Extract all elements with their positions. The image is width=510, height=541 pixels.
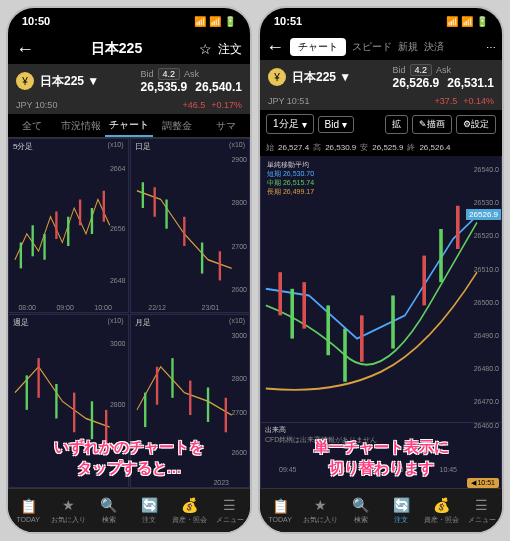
change-abs: +37.5: [434, 96, 457, 106]
ask-price[interactable]: 26,531.1: [447, 76, 494, 90]
tab-new[interactable]: 新規: [398, 40, 418, 54]
status-icons: 📶 📶 🔋: [446, 16, 488, 27]
phone-right: 10:51 📶 📶 🔋 ← チャート スピード 新規 決済 ⋯ ¥ 日本225 …: [258, 6, 504, 534]
nav-assets[interactable]: 💰資産・照会: [169, 489, 209, 532]
settings-button[interactable]: ⚙設定: [456, 115, 496, 134]
header: ← 日本225 ☆ 注文: [8, 34, 250, 64]
more-icon[interactable]: ⋯: [486, 42, 496, 53]
nav-search[interactable]: 🔍検索: [341, 489, 381, 532]
instrument-icon: ¥: [16, 72, 34, 90]
status-time: 10:50: [22, 15, 50, 27]
nav-assets[interactable]: 💰資産・照会: [421, 489, 461, 532]
top-tabs: ← チャート スピード 新規 決済 ⋯: [260, 34, 502, 60]
chart-daily[interactable]: 日足 (x10) 2900 2800 2700 2600 22/12 23/01: [130, 138, 251, 313]
change-pct: +0.14%: [463, 96, 494, 106]
chart-grid: 5分足 (x10) 2664 2656 2648 08:00 09:00 10:…: [8, 138, 250, 488]
expand-button[interactable]: 拡: [385, 115, 408, 134]
time-axis: 09:45 10:15 10:30 10:45: [261, 464, 475, 488]
tab-all[interactable]: 全て: [8, 114, 56, 137]
chart-monthly[interactable]: 月足 (x10) 3000 2800 2700 2600 2023: [130, 314, 251, 489]
ask-price[interactable]: 26,540.1: [195, 80, 242, 94]
instrument-name[interactable]: 日本225 ▼: [40, 73, 99, 90]
instrument-name[interactable]: 日本225 ▼: [292, 69, 351, 86]
tab-speed[interactable]: スピード: [352, 40, 392, 54]
spread: 4.2: [158, 68, 181, 80]
instrument-subrow: JPY 10:50 +46.5 +0.17%: [8, 98, 250, 114]
current-price-tag: 26526.9: [466, 209, 501, 220]
nav-order[interactable]: 🔄注文: [129, 489, 169, 532]
bid-price[interactable]: 26,535.9: [141, 80, 188, 94]
draw-button[interactable]: ✎描画: [412, 115, 452, 134]
instrument-bar: ¥ 日本225 ▼ Bid 4.2 Ask 26,535.9 26,540.1: [8, 64, 250, 98]
back-icon[interactable]: ←: [266, 37, 284, 58]
single-chart-area[interactable]: 単純移動平均 短期 26,530.70 中期 26,515.74 長期 26,4…: [260, 156, 502, 488]
content-tabs: 全て 市況情報 チャート 調整金 サマ: [8, 114, 250, 138]
chart-controls: 1分足 ▾ Bid ▾ 拡 ✎描画 ⚙設定: [260, 110, 502, 138]
nav-menu[interactable]: ☰メニュー: [210, 489, 250, 532]
nav-menu[interactable]: ☰メニュー: [462, 489, 502, 532]
bid-label: Bid: [393, 65, 406, 75]
chart-5min[interactable]: 5分足 (x10) 2664 2656 2648 08:00 09:00 10:…: [8, 138, 129, 313]
page-title: 日本225: [40, 40, 193, 58]
tab-chart-top[interactable]: チャート: [290, 38, 346, 56]
order-button[interactable]: 注文: [218, 41, 242, 58]
phone-left: 10:50 📶 📶 🔋 ← 日本225 ☆ 注文 ¥ 日本225 ▼ Bid 4…: [6, 6, 252, 534]
timeframe-select[interactable]: 1分足 ▾: [266, 114, 314, 134]
bid-label: Bid: [141, 69, 154, 79]
ohlc-row: 始26,527.4 高26,530.9 安26,525.9 終26,526.4: [260, 138, 502, 156]
chart-weekly[interactable]: 週足 (x10) 3000 2800 2600: [8, 314, 129, 489]
bid-price[interactable]: 26,526.9: [393, 76, 440, 90]
nav-today[interactable]: 📋TODAY: [260, 489, 300, 532]
favorite-icon[interactable]: ☆: [199, 41, 212, 57]
bottom-nav: 📋TODAY ★お気に入り 🔍検索 🔄注文 💰資産・照会 ☰メニュー: [260, 488, 502, 532]
instrument-icon: ¥: [268, 68, 286, 86]
instrument-subrow: JPY 10:51 +37.5 +0.14%: [260, 94, 502, 110]
bottom-nav: 📋TODAY ★お気に入り 🔍検索 🔄注文 💰資産・照会 ☰メニュー: [8, 488, 250, 532]
nav-today[interactable]: 📋TODAY: [8, 489, 48, 532]
status-bar: 10:51 📶 📶 🔋: [260, 8, 502, 34]
nav-search[interactable]: 🔍検索: [89, 489, 129, 532]
nav-favorite[interactable]: ★お気に入り: [48, 489, 88, 532]
instrument-bar: ¥ 日本225 ▼ Bid 4.2 Ask 26,526.9 26,531.1: [260, 60, 502, 94]
back-icon[interactable]: ←: [16, 39, 34, 60]
change-pct: +0.17%: [211, 100, 242, 110]
time-badge: ◀ 10:51: [467, 478, 499, 488]
status-time: 10:51: [274, 15, 302, 27]
spread: 4.2: [410, 64, 433, 76]
tab-adjust[interactable]: 調整金: [153, 114, 201, 137]
status-icons: 📶 📶 🔋: [194, 16, 236, 27]
nav-order[interactable]: 🔄注文: [381, 489, 421, 532]
price-type-select[interactable]: Bid ▾: [318, 116, 354, 133]
tab-settle[interactable]: 決済: [424, 40, 444, 54]
tab-chart[interactable]: チャート: [105, 114, 153, 137]
ask-label: Ask: [436, 65, 451, 75]
status-bar: 10:50 📶 📶 🔋: [8, 8, 250, 34]
tab-market[interactable]: 市況情報: [56, 114, 104, 137]
tab-summary[interactable]: サマ: [202, 114, 250, 137]
nav-favorite[interactable]: ★お気に入り: [300, 489, 340, 532]
change-abs: +46.5: [182, 100, 205, 110]
ask-label: Ask: [184, 69, 199, 79]
volume-panel: 出来高 CFD銘柄は出来高情報がありません: [261, 422, 501, 462]
